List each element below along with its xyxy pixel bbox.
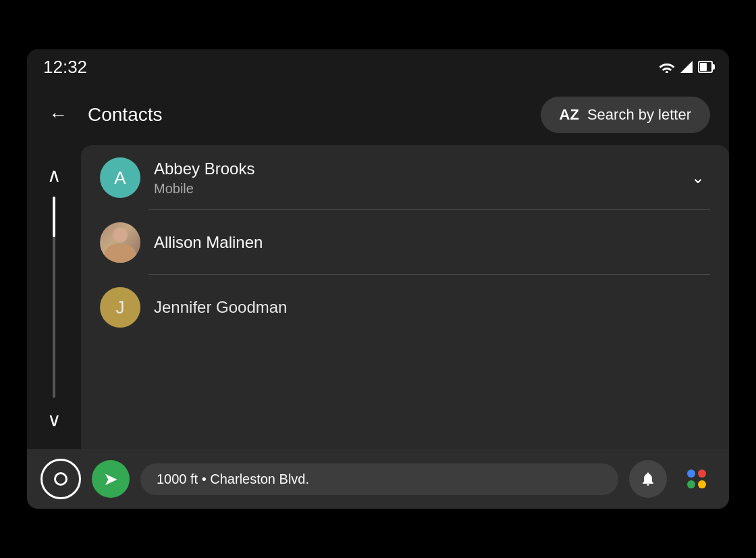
chevron-up-icon: ∧ xyxy=(47,164,61,186)
google-dots xyxy=(687,470,706,488)
battery-icon xyxy=(698,61,713,73)
avatar-abbey: A xyxy=(100,157,140,198)
status-time: 12:32 xyxy=(43,57,87,78)
turn-arrow-icon: ➤ xyxy=(103,469,118,490)
status-icons xyxy=(659,61,713,73)
avatar-letter-jennifer: J xyxy=(116,297,125,318)
scroll-down-button[interactable]: ∨ xyxy=(38,403,70,436)
scroll-track xyxy=(53,197,55,398)
google-dot-red xyxy=(698,470,706,478)
home-icon xyxy=(54,472,68,486)
back-arrow-icon: ← xyxy=(49,104,68,126)
device-frame: 12:32 ← Contacts A xyxy=(27,49,729,509)
svg-marker-1 xyxy=(680,61,693,73)
signal-icon xyxy=(680,61,693,73)
scroll-thumb xyxy=(53,197,55,237)
contact-item-allison[interactable]: Allison Malinen xyxy=(81,210,729,275)
google-dot-green xyxy=(687,480,695,488)
contact-subtitle-abbey: Mobile xyxy=(154,181,672,197)
contact-info-allison: Allison Malinen xyxy=(154,233,710,252)
contact-info-abbey: Abbey Brooks Mobile xyxy=(154,159,672,197)
header: ← Contacts AZ Search by letter xyxy=(27,84,729,145)
contact-item-jennifer[interactable]: J Jennifer Goodman xyxy=(81,275,729,340)
contact-name-jennifer: Jennifer Goodman xyxy=(154,298,710,317)
contact-item-abbey[interactable]: A Abbey Brooks Mobile ⌄ xyxy=(81,145,729,210)
google-dot-yellow xyxy=(698,480,706,488)
avatar-allison xyxy=(100,222,140,263)
svg-point-0 xyxy=(666,71,668,73)
back-button[interactable]: ← xyxy=(46,101,74,128)
google-assistant-button[interactable] xyxy=(678,460,716,498)
navigation-button[interactable]: ➤ xyxy=(92,460,130,498)
wifi-icon xyxy=(659,61,675,73)
avatar-letter-abbey: A xyxy=(114,168,126,188)
contact-list: A Abbey Brooks Mobile ⌄ Allison Malinen xyxy=(81,145,729,449)
contact-name-allison: Allison Malinen xyxy=(154,233,710,252)
expand-button-abbey[interactable]: ⌄ xyxy=(686,163,710,193)
google-dot-blue xyxy=(687,470,695,478)
content-area: ∧ ∨ A Abbey Brooks Mobil xyxy=(27,145,729,449)
route-text: 1000 ft • Charleston Blvd. xyxy=(157,472,309,487)
contact-name-abbey: Abbey Brooks xyxy=(154,159,672,178)
az-icon: AZ xyxy=(560,106,579,124)
scroll-controls: ∧ ∨ xyxy=(27,145,81,449)
notification-button[interactable] xyxy=(629,460,667,498)
app-area: ← Contacts AZ Search by letter ∧ ∨ xyxy=(27,84,729,509)
scroll-up-button[interactable]: ∧ xyxy=(38,159,70,191)
contact-info-jennifer: Jennifer Goodman xyxy=(154,298,710,317)
search-by-letter-label: Search by letter xyxy=(587,106,691,124)
chevron-down-icon: ∨ xyxy=(47,409,61,431)
bottom-nav: ➤ 1000 ft • Charleston Blvd. xyxy=(27,449,729,509)
bell-icon xyxy=(640,471,656,487)
search-by-letter-button[interactable]: AZ Search by letter xyxy=(541,97,710,133)
avatar-jennifer: J xyxy=(100,287,140,328)
route-info: 1000 ft • Charleston Blvd. xyxy=(140,463,618,495)
home-button[interactable] xyxy=(40,459,81,499)
page-title: Contacts xyxy=(88,104,527,126)
status-bar: 12:32 xyxy=(27,49,729,84)
chevron-down-expand-icon: ⌄ xyxy=(691,168,705,186)
